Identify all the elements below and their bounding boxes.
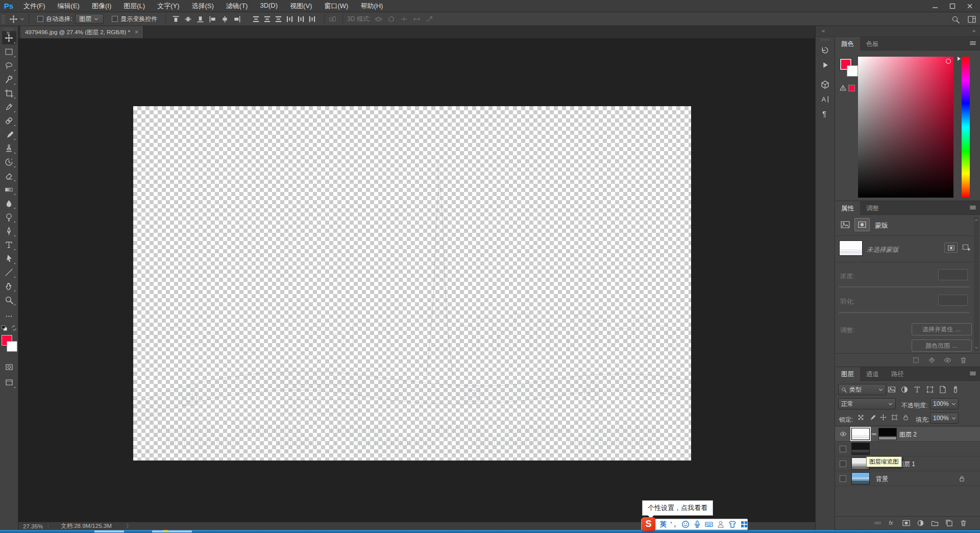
filter-type-icon[interactable] [913, 385, 921, 394]
document-canvas[interactable] [133, 106, 691, 461]
filter-adjust-icon[interactable] [900, 385, 909, 394]
filter-shape-icon[interactable] [926, 385, 934, 394]
ime-keyboard-icon[interactable] [705, 520, 713, 528]
visibility-toggle-empty[interactable] [840, 475, 846, 482]
delete-mask-icon[interactable] [960, 356, 967, 364]
zoom-level-field[interactable]: 27.35% [23, 523, 43, 529]
link-layers-icon[interactable] [874, 519, 881, 527]
add-mask-icon[interactable] [902, 519, 910, 527]
healing-tool[interactable] [2, 114, 16, 127]
strip-grip[interactable] [821, 39, 830, 41]
distribute-v-icon[interactable] [263, 15, 271, 23]
align-right-icon[interactable] [233, 15, 241, 23]
maximize-icon[interactable] [949, 3, 955, 9]
history-panel-button[interactable] [818, 43, 833, 57]
scrollbar[interactable] [974, 217, 979, 351]
layers-tab-图层[interactable]: 图层 [835, 367, 860, 381]
scroll-up-icon[interactable] [974, 218, 978, 222]
tab-close-icon[interactable]: × [135, 29, 138, 36]
zoom-tool[interactable] [2, 293, 16, 306]
add-layer-mask-button[interactable] [944, 243, 958, 253]
stamp-tool[interactable] [2, 141, 16, 155]
quick-select-tool[interactable] [2, 72, 16, 86]
auto-align-icon[interactable] [329, 15, 336, 23]
menu-帮助(H)[interactable]: 帮助(H) [354, 0, 389, 13]
new-group-icon[interactable] [931, 519, 939, 527]
layer-thumbnail[interactable] [851, 443, 870, 455]
color-range-button[interactable]: 颜色范围 … [912, 340, 972, 352]
type-tool[interactable] [2, 238, 16, 251]
ime-mic-icon[interactable] [693, 520, 701, 528]
layer-row-背景[interactable]: 背景 [835, 471, 980, 486]
mask-selection-icon[interactable] [912, 356, 920, 364]
chevron-down-icon[interactable] [20, 17, 24, 21]
sogou-logo[interactable]: S [642, 517, 655, 531]
distribute-h-icon[interactable] [286, 15, 293, 23]
hue-slider[interactable] [962, 57, 970, 198]
status-expand-icon[interactable]: 〉 [126, 522, 132, 530]
distribute-h-icon[interactable] [308, 15, 316, 23]
line-tool[interactable] [2, 265, 16, 279]
layers-tab-路径[interactable]: 路径 [885, 367, 910, 381]
layer-filter-dropdown[interactable]: 类型 [838, 384, 886, 395]
layers-tab-通道[interactable]: 通道 [860, 367, 885, 381]
background-color-swatch[interactable] [847, 65, 858, 77]
workspace-switcher-icon[interactable] [968, 15, 976, 23]
gamut-color-swatch[interactable] [848, 85, 855, 91]
default-colors-icon[interactable] [1, 325, 8, 331]
windows-taskbar-edge[interactable] [0, 530, 980, 533]
eyedropper-tool[interactable] [2, 100, 16, 113]
visibility-toggle-empty[interactable] [840, 461, 846, 467]
panel-menu-icon[interactable] [969, 371, 976, 377]
ime-grid-icon[interactable] [740, 520, 748, 528]
color-tab-色板[interactable]: 色板 [860, 37, 885, 51]
minimize-icon[interactable] [932, 3, 938, 9]
layer-row-unnamed[interactable] [835, 442, 980, 456]
eraser-tool[interactable] [2, 169, 16, 182]
show-transform-checkbox[interactable] [112, 16, 118, 22]
visibility-toggle-empty[interactable] [840, 446, 846, 452]
3d-slide-icon[interactable] [413, 15, 421, 23]
crop-tool[interactable] [2, 86, 16, 100]
search-icon[interactable] [951, 15, 960, 23]
distribute-h-icon[interactable] [297, 15, 305, 23]
distribute-v-icon[interactable] [275, 15, 282, 23]
taskbar-window-preview[interactable] [152, 530, 192, 532]
character-panel-button[interactable]: A [818, 92, 833, 106]
menu-3D(D)[interactable]: 3D(D) [254, 0, 284, 13]
pen-tool[interactable] [2, 224, 16, 237]
new-layer-icon[interactable] [945, 519, 953, 527]
document-tab[interactable]: 4979496.jpg @ 27.4% (图层 2, RGB/8) * × [20, 26, 143, 38]
ime-punctuation-toggle[interactable]: ’， [670, 520, 678, 529]
opacity-dropdown[interactable]: 100% [930, 398, 959, 409]
lock-pixels-icon[interactable] [869, 414, 875, 421]
feather-slider[interactable] [839, 312, 969, 313]
move-tool[interactable] [2, 31, 16, 44]
color-picker-ring[interactable] [946, 59, 951, 64]
hand-tool[interactable] [2, 279, 16, 293]
align-middle-icon[interactable] [184, 15, 192, 23]
layer-fx-icon[interactable]: fx [888, 519, 896, 527]
menu-滤镜(T)[interactable]: 滤镜(T) [220, 0, 254, 13]
apply-mask-icon[interactable] [928, 356, 936, 364]
align-left-icon[interactable] [209, 15, 216, 23]
quick-mask-button[interactable] [2, 360, 16, 374]
layer-thumbnail[interactable] [851, 428, 870, 440]
blur-tool[interactable] [2, 197, 16, 210]
screen-mode-button[interactable] [2, 376, 16, 389]
layer-row-图层 1[interactable]: 图层 1 [835, 456, 980, 471]
lock-artboard-icon[interactable] [891, 414, 898, 421]
align-bottom-icon[interactable] [197, 15, 204, 23]
dodge-tool[interactable] [2, 210, 16, 224]
properties-tab-属性[interactable]: 属性 [835, 201, 860, 215]
mask-visibility-icon[interactable] [944, 356, 951, 364]
mask-thumbnail[interactable] [878, 428, 897, 440]
layer-name[interactable]: 背景 [876, 475, 888, 483]
align-top-icon[interactable] [172, 15, 180, 23]
marquee-tool[interactable] [2, 45, 16, 58]
menu-文件(F)[interactable]: 文件(F) [17, 0, 52, 13]
menu-视图(V)[interactable]: 视图(V) [284, 0, 318, 13]
3d-orbit-icon[interactable] [375, 15, 382, 23]
scroll-down-icon[interactable] [974, 346, 978, 350]
path-select-tool[interactable] [2, 252, 16, 265]
